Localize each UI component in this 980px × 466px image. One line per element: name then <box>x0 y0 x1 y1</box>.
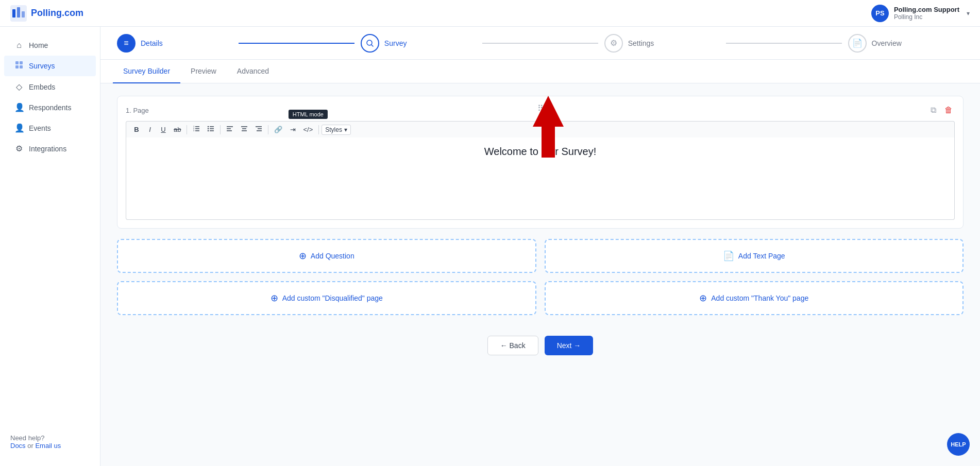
add-buttons-row: ⊕ Add Question 📄 Add Text Page <box>117 239 964 273</box>
rte-link-button[interactable]: 🔗 <box>271 124 285 135</box>
tab-preview[interactable]: Preview <box>180 60 227 83</box>
wizard-step-overview[interactable]: 📄 Overview <box>848 34 964 53</box>
sidebar-footer: Need help? Docs or Email us <box>0 426 100 458</box>
sidebar-nav: ⌂ Home Surveys ◇ Embeds 👤 Respondents 👤 … <box>0 35 100 426</box>
rte-italic-button[interactable]: I <box>144 124 156 135</box>
styles-dropdown[interactable]: Styles ▾ <box>322 125 351 135</box>
help-text: Need help? <box>10 434 45 442</box>
add-question-icon: ⊕ <box>299 250 307 262</box>
integrations-icon: ⚙ <box>14 144 24 153</box>
page-card-actions: ⧉ 🗑 <box>928 105 955 116</box>
sidebar-item-respondents[interactable]: 👤 Respondents <box>4 97 96 117</box>
svg-rect-7 <box>20 65 23 68</box>
svg-rect-5 <box>20 61 23 64</box>
wizard-step-settings-icon: ⚙ <box>604 34 623 53</box>
rte-separator-1 <box>187 125 187 134</box>
rte-strikethrough-button[interactable]: ab <box>171 124 184 135</box>
custom-page-row: ⊕ Add custom "Disqualified" page ⊕ Add c… <box>117 281 964 315</box>
sidebar-item-respondents-label: Respondents <box>29 103 72 112</box>
wizard-step-details-icon: ≡ <box>117 34 136 53</box>
sidebar-item-events[interactable]: 👤 Events <box>4 118 96 138</box>
copy-page-button[interactable]: ⧉ <box>928 105 938 116</box>
wizard-step-survey-icon <box>361 34 379 53</box>
user-info: Polling.com Support Polling Inc <box>894 6 959 21</box>
docs-link[interactable]: Docs <box>10 442 26 450</box>
delete-page-button[interactable]: 🗑 <box>942 105 955 116</box>
embeds-icon: ◇ <box>14 82 24 92</box>
rte-bold-button[interactable]: B <box>130 124 143 135</box>
sidebar: ⌂ Home Surveys ◇ Embeds 👤 Respondents 👤 … <box>0 27 100 466</box>
rte-underline-button[interactable]: U <box>157 124 170 135</box>
page-card-number: 1. Page <box>126 107 149 114</box>
sidebar-item-embeds[interactable]: ◇ Embeds <box>4 77 96 97</box>
wizard-header: ≡ Details Survey ⚙ Settings 📄 Overview <box>100 27 980 60</box>
top-header: Polling.com PS Polling.com Support Polli… <box>0 0 980 27</box>
rte-ordered-list-button[interactable]: 123 <box>190 124 203 135</box>
chevron-down-icon: ▾ <box>967 10 970 17</box>
sidebar-item-integrations-label: Integrations <box>29 145 66 153</box>
wizard-step-details-label: Details <box>141 39 163 47</box>
user-area[interactable]: PS Polling.com Support Polling Inc ▾ <box>871 5 970 22</box>
rte-align-right-button[interactable] <box>252 124 265 135</box>
wizard-line-1 <box>239 43 354 44</box>
add-text-page-label: Add Text Page <box>738 252 785 260</box>
wizard-step-settings[interactable]: ⚙ Settings <box>604 34 720 53</box>
sidebar-item-events-label: Events <box>29 124 51 132</box>
respondents-icon: 👤 <box>14 102 24 112</box>
logo-icon <box>10 5 27 22</box>
add-question-button[interactable]: ⊕ Add Question <box>117 239 536 273</box>
wizard-step-details[interactable]: ≡ Details <box>117 34 232 53</box>
rte-align-center-button[interactable] <box>238 124 251 135</box>
help-button[interactable]: HELP <box>947 433 970 456</box>
wizard-line-2 <box>482 43 598 44</box>
rte-separator-3 <box>268 125 268 134</box>
svg-rect-4 <box>15 61 19 64</box>
svg-point-19 <box>208 130 209 131</box>
svg-point-18 <box>208 128 209 129</box>
html-mode-tooltip: HTML mode <box>289 110 328 119</box>
rte-editor[interactable]: Welcome to Our Survey! <box>126 137 955 220</box>
sidebar-item-embeds-label: Embeds <box>29 83 55 91</box>
sidebar-item-surveys[interactable]: Surveys <box>4 56 96 76</box>
sidebar-item-home-label: Home <box>29 41 48 49</box>
sidebar-item-home[interactable]: ⌂ Home <box>4 36 96 55</box>
styles-label: Styles <box>325 126 342 133</box>
main-layout: ⌂ Home Surveys ◇ Embeds 👤 Respondents 👤 … <box>0 27 980 466</box>
rte-align-left-button[interactable] <box>223 124 236 135</box>
tab-advanced[interactable]: Advanced <box>227 60 279 83</box>
help-label: HELP <box>951 441 966 447</box>
logo-text: Polling.com <box>31 8 83 19</box>
next-button[interactable]: Next → <box>545 336 594 355</box>
page-card: 1. Page ⠿ ⧉ 🗑 B I U ab 123 <box>117 96 964 229</box>
add-text-page-icon: 📄 <box>723 250 734 262</box>
wizard-step-overview-label: Overview <box>872 39 902 47</box>
rte-unordered-list-button[interactable] <box>204 124 217 135</box>
rte-html-button[interactable]: </> HTML mode <box>300 124 316 135</box>
user-name: Polling.com Support <box>894 6 959 13</box>
drag-handle-icon[interactable]: ⠿ <box>537 103 544 113</box>
add-text-page-button[interactable]: 📄 Add Text Page <box>545 239 964 273</box>
tabs-bar: Survey Builder Preview Advanced <box>100 60 980 83</box>
rte-toolbar: B I U ab 123 <box>126 121 955 137</box>
sidebar-item-surveys-label: Surveys <box>29 62 55 70</box>
rte-indent-button[interactable]: ⇥ <box>286 124 299 135</box>
back-button[interactable]: ← Back <box>487 336 538 355</box>
logo-area[interactable]: Polling.com <box>10 5 83 22</box>
email-link[interactable]: Email us <box>35 442 61 450</box>
sidebar-item-integrations[interactable]: ⚙ Integrations <box>4 139 96 159</box>
tab-survey-builder[interactable]: Survey Builder <box>113 60 180 83</box>
page-card-header: 1. Page ⠿ ⧉ 🗑 <box>126 105 955 116</box>
wizard-step-survey[interactable]: Survey <box>361 34 476 53</box>
add-question-label: Add Question <box>311 252 354 260</box>
svg-line-9 <box>371 45 373 46</box>
add-disqualified-icon: ⊕ <box>271 292 278 304</box>
user-avatar: PS <box>871 5 889 22</box>
nav-buttons-row: ← Back Next → <box>117 327 964 368</box>
content-area: ≡ Details Survey ⚙ Settings 📄 Overview <box>100 27 980 466</box>
add-disqualified-label: Add custom "Disqualified" page <box>282 294 383 302</box>
svg-text:3: 3 <box>193 129 195 132</box>
surveys-icon <box>14 61 24 71</box>
add-disqualified-button[interactable]: ⊕ Add custom "Disqualified" page <box>117 281 536 315</box>
add-thank-you-button[interactable]: ⊕ Add custom "Thank You" page <box>545 281 964 315</box>
svg-rect-3 <box>22 11 25 18</box>
